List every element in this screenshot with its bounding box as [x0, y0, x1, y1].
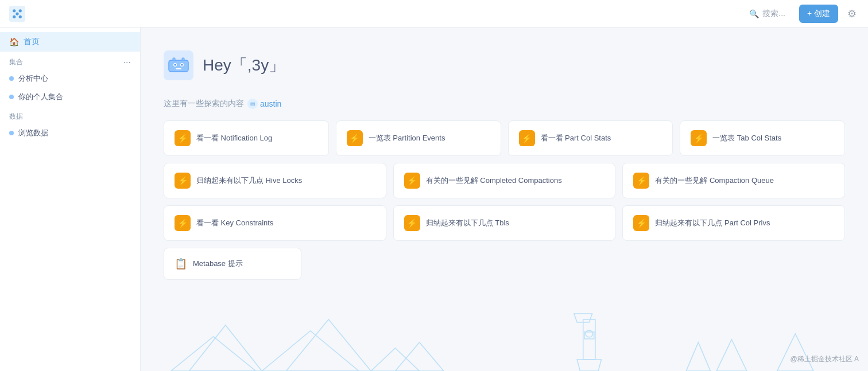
subtitle-text: 这里有一些探索的内容: [164, 99, 244, 109]
card-icon: ⚡: [175, 215, 191, 231]
svg-rect-20: [583, 319, 595, 360]
svg-marker-27: [777, 334, 813, 371]
sidebar: 🏠 首页 集合 ··· 分析中心 你的个人集合 数据 浏览数据: [0, 28, 141, 371]
sidebar-item-browse-data[interactable]: 浏览数据: [0, 124, 140, 142]
card-label: 看一看 Notification Log: [196, 133, 272, 143]
card-icon: ⚡: [519, 130, 535, 146]
card-icon: ⚡: [175, 173, 191, 189]
card-label: 有关的一些见解 Completed Compactions: [426, 175, 562, 186]
card-icon: ⚡: [633, 215, 649, 231]
search-icon: 🔍: [749, 9, 759, 18]
data-section-label: 数据: [9, 112, 23, 122]
svg-point-23: [586, 330, 593, 337]
subtitle-user[interactable]: ✉ austin: [247, 99, 281, 109]
hero-section: Hey「,3y」: [164, 50, 845, 80]
svg-marker-16: [262, 331, 359, 371]
svg-rect-12: [173, 58, 175, 61]
svg-point-10: [181, 64, 183, 66]
main-content: Hey「,3y」 这里有一些探索的内容 ✉ austin ⚡ 看一看 Notif…: [141, 28, 868, 371]
svg-marker-24: [577, 360, 601, 371]
search-bar[interactable]: 🔍 搜索...: [742, 5, 792, 22]
card-hive-locks[interactable]: ⚡ 归纳起来有以下几点 Hive Locks: [164, 163, 386, 198]
card-tab-col-stats[interactable]: ⚡ 一览表 Tab Col Stats: [680, 120, 845, 156]
card-icon: ⚡: [404, 215, 420, 231]
subtitle-row: 这里有一些探索的内容 ✉ austin: [164, 99, 845, 109]
card-label: 归纳起来有以下几点 Hive Locks: [196, 175, 302, 186]
svg-rect-11: [176, 68, 181, 69]
svg-marker-25: [686, 342, 710, 371]
logo-icon: [9, 6, 25, 22]
cards-row-1: ⚡ 看一看 Notification Log ⚡ 一览表 Partition E…: [164, 120, 845, 156]
dot-icon: [9, 131, 14, 135]
svg-rect-22: [584, 332, 594, 339]
hero-title: Hey「,3y」: [203, 54, 285, 76]
svg-marker-21: [574, 314, 592, 322]
svg-point-5: [16, 12, 18, 15]
username: austin: [260, 99, 281, 108]
hero-avatar: [164, 50, 193, 80]
svg-point-2: [19, 9, 22, 12]
sidebar-item-personal[interactable]: 你的个人集合: [0, 88, 140, 106]
card-completed-compactions[interactable]: ⚡ 有关的一些见解 Completed Compactions: [393, 163, 616, 198]
logo: [9, 6, 25, 22]
background-illustration: [141, 302, 868, 371]
card-part-col-stats[interactable]: ⚡ 看一看 Part Col Stats: [508, 120, 673, 156]
card-label: 看一看 Part Col Stats: [541, 133, 611, 143]
card-part-col-privs[interactable]: ⚡ 归纳起来有以下几点 Part Col Privs: [622, 205, 845, 241]
svg-point-3: [13, 15, 16, 18]
home-icon: 🏠: [9, 37, 19, 46]
watermark: @稀土掘金技术社区 A: [790, 354, 859, 364]
card-compaction-queue[interactable]: ⚡ 有关的一些见解 Compaction Queue: [622, 163, 845, 198]
dot-icon: [9, 76, 14, 81]
card-key-constraints[interactable]: ⚡ 看一看 Key Constraints: [164, 205, 386, 241]
hint-card[interactable]: 📋 Metabase 提示: [164, 248, 301, 280]
svg-marker-18: [371, 348, 419, 371]
card-label: 一览表 Tab Col Stats: [712, 133, 781, 143]
home-label: 首页: [24, 37, 40, 47]
svg-point-1: [13, 9, 16, 12]
card-label: 归纳起来有以下几点 Tbls: [426, 218, 509, 228]
main-layout: 🏠 首页 集合 ··· 分析中心 你的个人集合 数据 浏览数据: [0, 28, 868, 371]
settings-button[interactable]: ⚙: [845, 5, 859, 22]
card-label: 有关的一些见解 Compaction Queue: [655, 175, 774, 186]
sidebar-item-analysis[interactable]: 分析中心: [0, 69, 140, 88]
card-label: 看一看 Key Constraints: [196, 218, 273, 228]
card-tbls[interactable]: ⚡ 归纳起来有以下几点 Tbls: [393, 205, 616, 241]
svg-marker-26: [716, 339, 747, 371]
card-label: 一览表 Partition Events: [369, 133, 445, 143]
card-icon: ⚡: [691, 130, 707, 146]
hint-icon: 📋: [175, 257, 187, 270]
dot-icon: [9, 95, 14, 99]
card-icon: ⚡: [175, 130, 191, 146]
user-avatar-dot: ✉: [247, 99, 258, 109]
create-button[interactable]: + 创建: [799, 5, 838, 23]
svg-marker-19: [395, 342, 443, 371]
cards-row-2: ⚡ 归纳起来有以下几点 Hive Locks ⚡ 有关的一些见解 Complet…: [164, 163, 845, 198]
data-section-header: 数据: [0, 106, 140, 124]
top-navigation: 🔍 搜索... + 创建 ⚙: [0, 0, 868, 28]
nav-right: 🔍 搜索... + 创建 ⚙: [742, 5, 859, 23]
svg-marker-17: [286, 319, 371, 371]
svg-point-4: [19, 15, 22, 18]
search-placeholder: 搜索...: [762, 9, 785, 19]
cards-row-3: ⚡ 看一看 Key Constraints ⚡ 归纳起来有以下几点 Tbls ⚡…: [164, 205, 845, 241]
card-icon: ⚡: [347, 130, 363, 146]
sidebar-item-label: 浏览数据: [18, 128, 48, 138]
sidebar-item-home[interactable]: 🏠 首页: [0, 32, 140, 52]
svg-marker-14: [171, 337, 256, 371]
hint-label: Metabase 提示: [193, 259, 243, 269]
svg-marker-15: [189, 325, 262, 371]
card-label: 归纳起来有以下几点 Part Col Privs: [655, 218, 770, 228]
collection-section-label: 集合: [9, 57, 23, 67]
card-partition-events[interactable]: ⚡ 一览表 Partition Events: [336, 120, 501, 156]
card-icon: ⚡: [404, 173, 420, 189]
card-notification-log[interactable]: ⚡ 看一看 Notification Log: [164, 120, 329, 156]
sidebar-item-label: 你的个人集合: [18, 92, 63, 102]
svg-rect-6: [169, 60, 188, 72]
collection-section-header: 集合 ···: [0, 52, 140, 69]
sidebar-item-label: 分析中心: [18, 73, 48, 84]
svg-point-9: [175, 64, 176, 66]
collection-more-icon[interactable]: ···: [123, 58, 131, 67]
svg-rect-13: [182, 58, 184, 61]
card-icon: ⚡: [633, 173, 649, 189]
